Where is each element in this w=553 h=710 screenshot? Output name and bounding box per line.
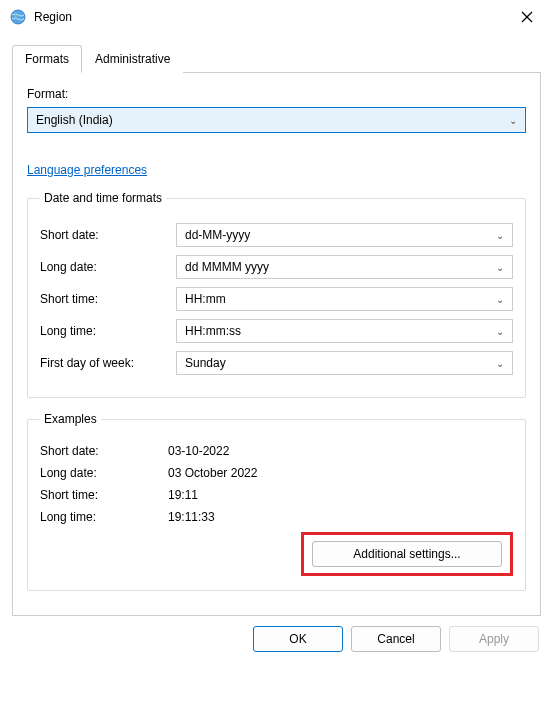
additional-settings-row: Additional settings... — [40, 532, 513, 576]
window-title: Region — [34, 10, 509, 24]
example-long-date-value: 03 October 2022 — [168, 466, 257, 480]
datetime-formats-group: Date and time formats Short date: dd-MM-… — [27, 191, 526, 398]
region-globe-icon — [10, 9, 26, 25]
tab-administrative[interactable]: Administrative — [82, 45, 183, 73]
short-date-label: Short date: — [40, 228, 176, 242]
svg-point-0 — [11, 10, 25, 24]
short-date-value: dd-MM-yyyy — [185, 228, 250, 242]
example-long-date-label: Long date: — [40, 466, 168, 480]
additional-settings-button[interactable]: Additional settings... — [312, 541, 502, 567]
first-day-value: Sunday — [185, 356, 226, 370]
short-date-combo[interactable]: dd-MM-yyyy ⌄ — [176, 223, 513, 247]
format-section: Format: English (India) ⌄ — [27, 87, 526, 133]
language-preferences-link[interactable]: Language preferences — [27, 163, 147, 177]
format-select-value: English (India) — [36, 113, 113, 127]
long-date-label: Long date: — [40, 260, 176, 274]
titlebar: Region — [0, 0, 553, 34]
short-time-label: Short time: — [40, 292, 176, 306]
row-short-time: Short time: HH:mm ⌄ — [40, 287, 513, 311]
ok-button[interactable]: OK — [253, 626, 343, 652]
chevron-down-icon: ⌄ — [496, 294, 504, 305]
chevron-down-icon: ⌄ — [509, 115, 517, 126]
highlight-annotation: Additional settings... — [301, 532, 513, 576]
example-short-date-value: 03-10-2022 — [168, 444, 229, 458]
long-time-combo[interactable]: HH:mm:ss ⌄ — [176, 319, 513, 343]
example-short-time-label: Short time: — [40, 488, 168, 502]
dialog-button-row: OK Cancel Apply — [0, 616, 553, 664]
close-icon — [521, 11, 533, 23]
example-long-time-value: 19:11:33 — [168, 510, 215, 524]
datetime-formats-legend: Date and time formats — [40, 191, 166, 205]
first-day-combo[interactable]: Sunday ⌄ — [176, 351, 513, 375]
short-time-value: HH:mm — [185, 292, 226, 306]
chevron-down-icon: ⌄ — [496, 358, 504, 369]
example-short-time: Short time: 19:11 — [40, 488, 513, 502]
long-date-value: dd MMMM yyyy — [185, 260, 269, 274]
tabs-container: Formats Administrative Format: English (… — [0, 34, 553, 616]
row-first-day: First day of week: Sunday ⌄ — [40, 351, 513, 375]
row-short-date: Short date: dd-MM-yyyy ⌄ — [40, 223, 513, 247]
close-button[interactable] — [509, 3, 545, 31]
tab-formats[interactable]: Formats — [12, 45, 82, 73]
examples-legend: Examples — [40, 412, 101, 426]
example-short-time-value: 19:11 — [168, 488, 198, 502]
format-select[interactable]: English (India) ⌄ — [27, 107, 526, 133]
apply-button[interactable]: Apply — [449, 626, 539, 652]
example-short-date-label: Short date: — [40, 444, 168, 458]
example-long-date: Long date: 03 October 2022 — [40, 466, 513, 480]
chevron-down-icon: ⌄ — [496, 230, 504, 241]
short-time-combo[interactable]: HH:mm ⌄ — [176, 287, 513, 311]
chevron-down-icon: ⌄ — [496, 262, 504, 273]
tab-content-formats: Format: English (India) ⌄ Language prefe… — [12, 73, 541, 616]
cancel-button[interactable]: Cancel — [351, 626, 441, 652]
example-short-date: Short date: 03-10-2022 — [40, 444, 513, 458]
first-day-label: First day of week: — [40, 356, 176, 370]
example-long-time: Long time: 19:11:33 — [40, 510, 513, 524]
example-long-time-label: Long time: — [40, 510, 168, 524]
tab-strip: Formats Administrative — [12, 44, 541, 73]
format-label: Format: — [27, 87, 526, 101]
long-date-combo[interactable]: dd MMMM yyyy ⌄ — [176, 255, 513, 279]
row-long-time: Long time: HH:mm:ss ⌄ — [40, 319, 513, 343]
row-long-date: Long date: dd MMMM yyyy ⌄ — [40, 255, 513, 279]
chevron-down-icon: ⌄ — [496, 326, 504, 337]
long-time-value: HH:mm:ss — [185, 324, 241, 338]
long-time-label: Long time: — [40, 324, 176, 338]
examples-group: Examples Short date: 03-10-2022 Long dat… — [27, 412, 526, 591]
